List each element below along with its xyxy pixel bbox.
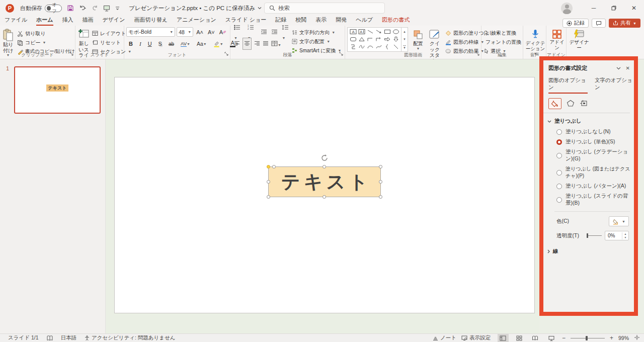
redo-button[interactable]: [92, 5, 98, 12]
language-status[interactable]: 日本語: [61, 334, 77, 341]
align-text-button[interactable]: 文字の配置▼: [292, 37, 341, 46]
tab-help[interactable]: ヘルプ: [351, 15, 377, 26]
font-dialog-launcher[interactable]: [224, 49, 228, 58]
share-button[interactable]: 共有 ▼: [609, 19, 640, 28]
tab-shape-format[interactable]: 図形の書式: [377, 15, 414, 26]
zoom-out-button[interactable]: −: [562, 334, 566, 341]
radio-icon[interactable]: [556, 170, 562, 176]
notes-button[interactable]: ノート: [433, 334, 456, 341]
drawing-dialog-launcher[interactable]: [475, 49, 479, 58]
zoom-in-button[interactable]: +: [610, 334, 613, 341]
radio-selected-icon[interactable]: [556, 139, 562, 145]
radio-icon[interactable]: [556, 153, 562, 158]
pane-close-icon[interactable]: ✕: [626, 65, 630, 71]
tab-animations[interactable]: アニメーション: [172, 15, 221, 26]
search-input[interactable]: 検索: [264, 3, 385, 14]
spellcheck-icon[interactable]: [47, 335, 53, 341]
tab-review[interactable]: 校閲: [291, 15, 311, 26]
shape-curve-icon[interactable]: [375, 43, 382, 52]
fill-option-background[interactable]: 塗りつぶし (スライドの背景)(B): [543, 191, 634, 208]
tab-file[interactable]: ファイル: [0, 15, 32, 26]
transparency-spinner[interactable]: 0% ▲▼: [605, 231, 629, 240]
undo-button[interactable]: [79, 5, 87, 12]
customize-qat-button[interactable]: [115, 6, 120, 11]
find-replace-button[interactable]: 検索と置換: [484, 29, 521, 37]
fill-option-solid[interactable]: 塗りつぶし (単色)(S): [543, 137, 634, 147]
tab-insert[interactable]: 挿入: [58, 15, 78, 26]
slide-canvas[interactable]: テキスト: [114, 77, 535, 313]
decrease-indent-button[interactable]: [261, 28, 267, 37]
justify-button[interactable]: [263, 39, 269, 48]
transparency-slider[interactable]: [587, 235, 602, 236]
fill-option-gradient[interactable]: 塗りつぶし (グラデーション)(G): [543, 147, 634, 164]
autosave-toggle[interactable]: 自動保存 オフ: [20, 5, 62, 12]
display-settings-button[interactable]: 表示設定: [461, 334, 491, 341]
shape-scribble-icon[interactable]: [358, 43, 365, 52]
character-spacing-button[interactable]: AV▼: [179, 39, 192, 48]
shape-freeform-icon[interactable]: [350, 43, 357, 52]
save-button[interactable]: [67, 5, 74, 12]
reading-view-button[interactable]: [530, 334, 541, 342]
tab-design[interactable]: デザイン: [98, 15, 130, 26]
record-button[interactable]: 記録: [562, 19, 589, 28]
resize-handle-right[interactable]: [379, 180, 382, 184]
slide-counter[interactable]: スライド 1/1: [8, 334, 39, 341]
user-avatar[interactable]: [561, 3, 573, 14]
fill-option-none[interactable]: 塗りつぶしなし(N): [543, 127, 634, 137]
rotate-handle[interactable]: [320, 154, 329, 164]
resize-handle-top-left[interactable]: [272, 165, 276, 168]
text-direction-button[interactable]: 文字列の方向▼: [292, 28, 341, 37]
minimize-button[interactable]: ─: [584, 0, 604, 16]
replace-fonts-button[interactable]: A フォントの置換: [484, 38, 521, 46]
shape-brace-icon[interactable]: [384, 43, 391, 52]
fill-option-pattern[interactable]: 塗りつぶし (パターン)(A): [543, 181, 634, 191]
resize-handle-top[interactable]: [323, 165, 326, 168]
align-right-button[interactable]: [254, 39, 260, 48]
tab-home[interactable]: ホーム: [32, 15, 58, 26]
slide-thumbnail[interactable]: テキスト: [14, 66, 101, 114]
line-section-header[interactable]: 線: [543, 243, 634, 257]
align-center-button[interactable]: [243, 38, 252, 50]
comments-button[interactable]: [592, 19, 606, 28]
highlight-color-button[interactable]: ▼: [212, 39, 225, 48]
pane-tab-shape-options[interactable]: 図形のオプション: [548, 77, 588, 94]
tab-slideshow[interactable]: スライド ショー: [221, 15, 271, 26]
font-size-combo[interactable]: 48▼: [177, 27, 193, 37]
shape-gallery-scrollbar[interactable]: ▲▼▼: [401, 27, 408, 52]
resize-handle-top-right[interactable]: [379, 165, 382, 168]
shape-diagonal-line-icon[interactable]: [392, 43, 399, 52]
maximize-button[interactable]: [604, 0, 624, 16]
text-shadow-button[interactable]: S: [157, 39, 164, 48]
strikethrough-button[interactable]: ab: [167, 39, 176, 48]
slideshow-view-button[interactable]: [546, 334, 557, 342]
normal-view-button[interactable]: [498, 334, 509, 342]
align-left-button[interactable]: [234, 39, 240, 48]
decrease-font-button[interactable]: A˅: [206, 28, 216, 37]
italic-button[interactable]: I: [138, 39, 143, 48]
font-name-combo[interactable]: モボ-Bold▼: [126, 27, 175, 37]
underline-button[interactable]: U: [146, 39, 153, 48]
start-slideshow-button[interactable]: [103, 5, 110, 12]
effects-icon[interactable]: [567, 100, 575, 108]
radio-icon[interactable]: [556, 184, 562, 189]
slide-sorter-view-button[interactable]: [514, 334, 525, 342]
increase-font-button[interactable]: A˄: [195, 28, 205, 37]
slider-thumb[interactable]: [587, 233, 588, 238]
bold-button[interactable]: B: [127, 39, 134, 48]
zoom-slider[interactable]: [571, 338, 605, 338]
radio-icon[interactable]: [556, 129, 562, 135]
paragraph-dialog-launcher[interactable]: [339, 49, 343, 58]
fill-option-picture[interactable]: 塗りつぶし (図またはテクスチャ)(P): [543, 164, 634, 181]
shape-arc-icon[interactable]: [367, 43, 374, 52]
designer-button[interactable]: デザイナー: [569, 27, 590, 51]
close-button[interactable]: ✕: [624, 0, 644, 16]
clear-formatting-button[interactable]: A: [218, 28, 228, 37]
autosave-switch[interactable]: オフ: [45, 5, 62, 12]
tab-view[interactable]: 表示: [311, 15, 331, 26]
zoom-slider-thumb[interactable]: [586, 336, 588, 340]
columns-button[interactable]: ▼: [271, 39, 281, 48]
copy-button[interactable]: コピー ▼: [17, 38, 75, 47]
fill-line-icon[interactable]: [548, 98, 561, 109]
resize-handle-bottom[interactable]: [323, 195, 326, 199]
radio-icon[interactable]: [556, 197, 562, 203]
